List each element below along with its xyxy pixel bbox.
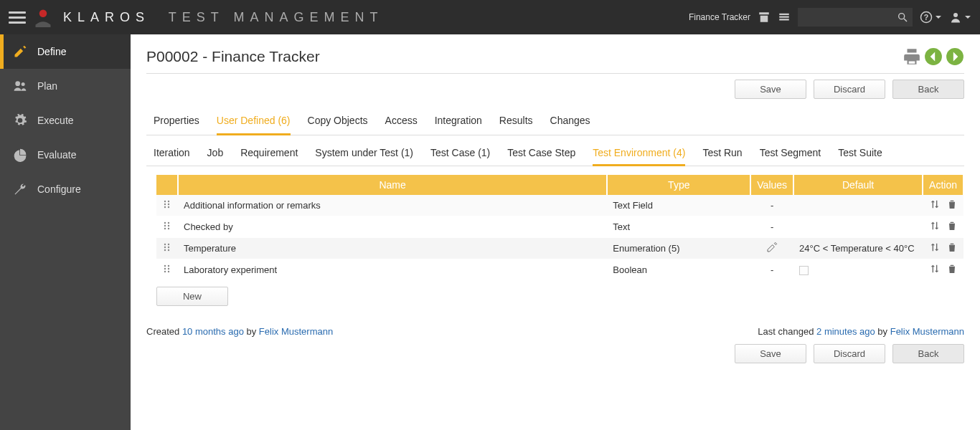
svg-point-10 xyxy=(168,201,169,202)
sidebar-item-plan[interactable]: Plan xyxy=(0,69,131,103)
cell-default: 24°C < Temperature < 40°C xyxy=(793,238,923,259)
sort-icon[interactable] xyxy=(929,263,941,277)
main-tabs: PropertiesUser Defined (6)Copy ObjectsAc… xyxy=(146,109,964,135)
search-input[interactable] xyxy=(798,8,913,27)
subtab-6[interactable]: Test Environment (4) xyxy=(593,143,685,166)
drag-handle-icon[interactable] xyxy=(162,221,172,232)
sidebar-item-label: Plan xyxy=(37,80,57,92)
user-menu[interactable] xyxy=(949,11,971,24)
tab-6[interactable]: Changes xyxy=(550,109,590,135)
th-type[interactable]: Type xyxy=(607,175,750,195)
th-name[interactable]: Name xyxy=(178,175,607,195)
svg-point-27 xyxy=(164,265,166,267)
svg-point-12 xyxy=(168,204,169,205)
th-default[interactable]: Default xyxy=(793,175,923,195)
cell-name: Checked by xyxy=(178,216,607,238)
created-by-link[interactable]: Felix Mustermann xyxy=(259,326,333,337)
subtab-8[interactable]: Test Segment xyxy=(760,143,821,166)
search-icon[interactable] xyxy=(897,11,908,23)
changed-by-link[interactable]: Felix Mustermann xyxy=(890,326,964,337)
cell-name: Laboratory experiment xyxy=(178,259,607,281)
svg-point-1 xyxy=(899,14,905,19)
default-checkbox[interactable] xyxy=(799,266,809,275)
save-button-bottom[interactable]: Save xyxy=(735,344,806,363)
drag-handle-icon[interactable] xyxy=(162,243,172,254)
svg-point-31 xyxy=(164,271,166,272)
tab-2[interactable]: Copy Objects xyxy=(308,109,368,135)
edit-values-icon[interactable] xyxy=(766,244,778,255)
cell-values: - xyxy=(750,259,793,281)
discard-button-bottom[interactable]: Discard xyxy=(814,344,885,363)
list-icon[interactable] xyxy=(778,11,791,24)
delete-icon[interactable] xyxy=(946,242,958,255)
table-row[interactable]: TemperatureEnumeration (5)24°C < Tempera… xyxy=(156,238,963,259)
svg-point-24 xyxy=(168,247,169,248)
save-button[interactable]: Save xyxy=(735,80,806,99)
sidebar-item-label: Define xyxy=(37,46,66,57)
cell-name: Temperature xyxy=(178,238,607,259)
cell-type: Enumeration (5) xyxy=(607,238,750,259)
svg-point-23 xyxy=(164,247,166,248)
discard-button[interactable]: Discard xyxy=(814,80,885,99)
drag-handle-icon[interactable] xyxy=(162,200,172,211)
chart-pie-icon xyxy=(13,148,27,162)
back-button[interactable]: Back xyxy=(892,80,964,99)
th-action[interactable]: Action xyxy=(923,175,963,195)
current-project-label[interactable]: Finance Tracker xyxy=(689,12,750,22)
sidebar-item-define[interactable]: Define xyxy=(0,34,131,69)
table-row[interactable]: Checked byText- xyxy=(156,216,963,238)
svg-point-4 xyxy=(953,13,958,17)
cell-default xyxy=(793,216,923,238)
subtab-7[interactable]: Test Run xyxy=(702,143,742,166)
svg-point-28 xyxy=(168,265,169,267)
menu-toggle-icon[interactable] xyxy=(9,9,26,26)
help-menu[interactable]: ? xyxy=(920,11,942,24)
sidebar-item-evaluate[interactable]: Evaluate xyxy=(0,138,131,172)
cell-default xyxy=(793,195,923,216)
created-meta: Created 10 months ago by Felix Musterman… xyxy=(146,326,333,337)
tab-4[interactable]: Integration xyxy=(435,109,482,135)
svg-point-22 xyxy=(168,244,169,245)
tab-3[interactable]: Access xyxy=(385,109,418,135)
tab-5[interactable]: Results xyxy=(499,109,533,135)
subtab-1[interactable]: Job xyxy=(207,143,224,166)
subtab-3[interactable]: System under Test (1) xyxy=(315,143,413,166)
tab-0[interactable]: Properties xyxy=(154,109,199,135)
delete-icon[interactable] xyxy=(946,199,958,212)
subtab-2[interactable]: Requirement xyxy=(240,143,298,166)
svg-point-16 xyxy=(168,222,169,224)
subtab-5[interactable]: Test Case Step xyxy=(507,143,575,166)
sort-icon[interactable] xyxy=(929,242,941,255)
svg-point-29 xyxy=(164,268,166,269)
tab-1[interactable]: User Defined (6) xyxy=(217,109,291,135)
sidebar-item-configure[interactable]: Configure xyxy=(0,172,131,206)
svg-point-25 xyxy=(164,249,166,251)
page-title: P00002 - Finance Tracker xyxy=(146,48,320,65)
sort-icon[interactable] xyxy=(929,220,941,234)
back-button-bottom[interactable]: Back xyxy=(892,344,964,363)
nav-prev-icon[interactable] xyxy=(924,47,943,66)
subtab-0[interactable]: Iteration xyxy=(154,143,190,166)
drag-handle-icon[interactable] xyxy=(162,264,172,275)
sidebar-item-label: Execute xyxy=(37,115,74,126)
subtab-4[interactable]: Test Case (1) xyxy=(430,143,490,166)
sidebar-item-execute[interactable]: Execute xyxy=(0,103,131,138)
th-values[interactable]: Values xyxy=(750,175,793,195)
svg-point-19 xyxy=(164,228,166,229)
changed-meta: Last changed 2 minutes ago by Felix Must… xyxy=(758,326,964,337)
print-icon[interactable] xyxy=(903,47,921,66)
changed-time-link[interactable]: 2 minutes ago xyxy=(816,326,875,337)
new-button[interactable]: New xyxy=(156,287,228,306)
subtab-9[interactable]: Test Suite xyxy=(838,143,882,166)
archive-icon[interactable] xyxy=(758,11,771,24)
created-time-link[interactable]: 10 months ago xyxy=(182,326,244,337)
svg-point-6 xyxy=(22,82,25,86)
table-row[interactable]: Laboratory experimentBoolean- xyxy=(156,259,963,281)
nav-next-icon[interactable] xyxy=(946,47,964,66)
sidebar: Define Plan Execute Evaluate Configure xyxy=(0,34,131,430)
sort-icon[interactable] xyxy=(929,199,941,212)
chevron-down-icon xyxy=(964,14,971,21)
delete-icon[interactable] xyxy=(946,263,958,277)
table-row[interactable]: Additional information or remarksText Fi… xyxy=(156,195,963,216)
delete-icon[interactable] xyxy=(946,220,958,234)
